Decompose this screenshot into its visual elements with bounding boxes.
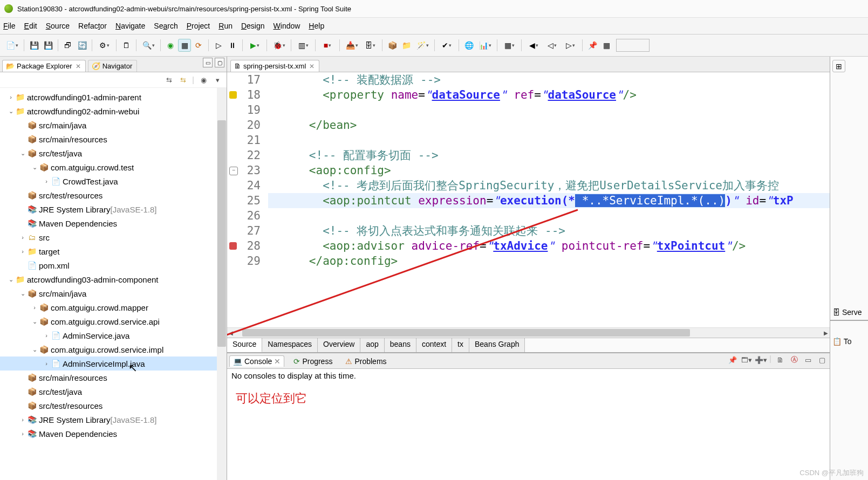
console-lock-button[interactable]: Ⓐ — [789, 354, 799, 365]
code-editor[interactable]: 171819202122−23242526272829 <!-- 装配数据源 -… — [227, 72, 830, 327]
back-button[interactable]: ◀ — [525, 39, 542, 52]
close-icon[interactable]: ✕ — [274, 357, 281, 366]
twisty-icon[interactable]: ⌄ — [30, 164, 39, 171]
import-button[interactable]: 📥 — [343, 39, 360, 52]
editor-tab-spring-persist[interactable]: 🗎 spring-persist-tx.xml ✕ — [230, 60, 319, 72]
console-new-button[interactable]: ➕▾ — [755, 354, 766, 365]
quick-access-field[interactable] — [616, 39, 650, 52]
collapse-all-button[interactable]: ⇆ — [164, 75, 174, 85]
code-line[interactable]: </bean> — [268, 118, 830, 133]
tree-scrollbar[interactable] — [217, 88, 227, 480]
menu-refactor[interactable]: Refactor — [78, 22, 107, 30]
browser-button[interactable]: 🌐 — [462, 39, 475, 52]
hscroll-thumb[interactable] — [242, 329, 690, 337]
editor-hscroll[interactable]: ◀ ▶ — [227, 327, 830, 338]
twisty-icon[interactable]: ⌄ — [30, 318, 39, 325]
scroll-right-button[interactable]: ▶ — [822, 329, 830, 337]
console-display-button[interactable]: 🗔▾ — [741, 354, 752, 365]
menu-design[interactable]: Design — [241, 22, 265, 30]
tree-node[interactable]: ›📚Maven Dependencies — [0, 427, 227, 441]
tab-progress[interactable]: ⟳ Progress — [290, 355, 336, 367]
new-class-button[interactable]: 📁 — [400, 39, 413, 52]
focus-button[interactable]: ◉ — [199, 75, 208, 85]
tree-node[interactable]: 📦src/test/java — [0, 385, 227, 399]
wizard-button[interactable]: 🪄 — [414, 39, 431, 52]
package-tree[interactable]: ›📁atcrowdfunding01-admin-parent⌄📁atcrowd… — [0, 88, 227, 480]
tree-node[interactable]: ⌄📁atcrowdfunding03-admin-component — [0, 272, 227, 286]
twisty-icon[interactable]: › — [18, 234, 27, 241]
code-line[interactable]: <property name="dataSource" ref="dataSou… — [268, 87, 830, 102]
scroll-left-button[interactable]: ◀ — [227, 329, 235, 337]
twisty-icon[interactable]: ⌄ — [6, 276, 15, 283]
new-button[interactable]: 📄 — [3, 39, 20, 52]
twisty-icon[interactable]: ⌄ — [6, 108, 15, 115]
skip-bp-button[interactable]: ▦ — [178, 39, 191, 52]
tree-node[interactable]: 📄pom.xml — [0, 258, 227, 272]
console-max-button[interactable]: ▢ — [817, 354, 828, 365]
tree-node[interactable]: 📦src/main/java — [0, 118, 227, 132]
console-pin-button[interactable]: 📌 — [727, 354, 738, 365]
resume-button[interactable]: ▷ — [212, 39, 225, 52]
tree-node[interactable]: ›📄AdminService.java — [0, 328, 227, 342]
perspective-button[interactable]: ▦ — [501, 39, 518, 52]
stop-button[interactable]: ■ — [319, 39, 336, 52]
twisty-icon[interactable]: › — [6, 94, 15, 100]
menu-run[interactable]: Run — [218, 22, 233, 30]
menu-help[interactable]: Help — [309, 22, 324, 30]
console-clear-button[interactable]: 🗎 — [775, 354, 785, 365]
code-line[interactable] — [268, 102, 830, 118]
tree-node[interactable]: 📦src/test/resources — [0, 188, 227, 202]
code-line[interactable] — [268, 208, 830, 223]
editor-subtab[interactable]: Overview — [318, 338, 360, 352]
task-button[interactable]: ✔ — [438, 39, 455, 52]
open-perspective-button[interactable]: ⊞ — [832, 60, 845, 72]
twisty-icon[interactable]: ⌄ — [18, 150, 27, 157]
tree-node[interactable]: ⌄📦com.atguigu.crowd.service.impl — [0, 342, 227, 356]
menu-file[interactable]: File — [3, 22, 16, 30]
suspend-button[interactable]: ⏸ — [226, 39, 239, 52]
tasks-view-stub[interactable]: 📋 To — [832, 337, 866, 346]
minimize-view-button[interactable]: ▭ — [203, 58, 213, 67]
open-type-button[interactable]: 🗒 — [120, 39, 133, 52]
editor-subtab[interactable]: context — [416, 338, 452, 352]
menu-search[interactable]: Search — [154, 22, 177, 30]
editor-subtab[interactable]: Namespaces — [262, 338, 318, 352]
menu-edit[interactable]: Edit — [24, 22, 37, 30]
twisty-icon[interactable]: › — [42, 360, 51, 367]
code-line[interactable]: <!-- 配置事务切面 --> — [268, 148, 830, 163]
build-button[interactable]: ⚙ — [95, 39, 113, 52]
link-editor-button[interactable]: ⇆ — [178, 75, 188, 85]
tree-node[interactable]: ›📚JRE System Library [JavaSE-1.8] — [0, 413, 227, 427]
close-icon[interactable]: ✕ — [76, 63, 81, 70]
editor-subtab[interactable]: tx — [452, 338, 469, 352]
run-button[interactable]: ▶ — [246, 39, 263, 52]
code-line[interactable]: <aop:advisor advice-ref="txAdvice" point… — [268, 238, 830, 253]
code-line[interactable]: <!-- 将切入点表达式和事务通知关联起来 --> — [268, 223, 830, 238]
pin-button[interactable]: 📌 — [586, 39, 599, 52]
search-tool-button[interactable]: 🔍 — [140, 39, 157, 52]
code-line[interactable] — [268, 133, 830, 148]
editor-subtab[interactable]: Beans Graph — [469, 338, 525, 352]
refresh-button[interactable]: 🔄 — [76, 39, 88, 52]
menu-source[interactable]: Source — [46, 22, 70, 30]
save-all-button[interactable]: 💾 — [42, 39, 54, 52]
tab-problems[interactable]: ⚠ Problems — [341, 355, 390, 367]
tree-node[interactable]: ⌄📦com.atguigu.crowd.service.api — [0, 314, 227, 328]
editor-subtab[interactable]: Source — [227, 338, 262, 352]
fwd-button[interactable]: ▷ — [562, 39, 579, 52]
tree-node[interactable]: 📦src/main/resources — [0, 371, 227, 385]
run-last-button[interactable]: ▥ — [295, 39, 312, 52]
view-menu-button[interactable]: ▾ — [213, 75, 222, 85]
debug-button[interactable]: 🐞 — [270, 39, 288, 52]
new-package-button[interactable]: 📦 — [386, 39, 399, 52]
tab-console[interactable]: 💻 Console ✕ — [229, 355, 284, 367]
coverage-button[interactable]: ◉ — [164, 39, 177, 52]
code-line[interactable]: <!-- 装配数据源 --> — [268, 72, 830, 87]
tab-navigator[interactable]: 🧭 Navigator — [88, 60, 138, 72]
menu-navigate[interactable]: Navigate — [115, 22, 145, 30]
tree-node[interactable]: ›📦com.atguigu.crowd.mapper — [0, 300, 227, 314]
close-icon[interactable]: ✕ — [309, 63, 315, 70]
tree-node[interactable]: ›📄CrowdTest.java — [0, 174, 227, 188]
code-line[interactable]: <aop:pointcut expression="execution(* *.… — [268, 193, 830, 208]
editor-subtab[interactable]: aop — [360, 338, 384, 352]
